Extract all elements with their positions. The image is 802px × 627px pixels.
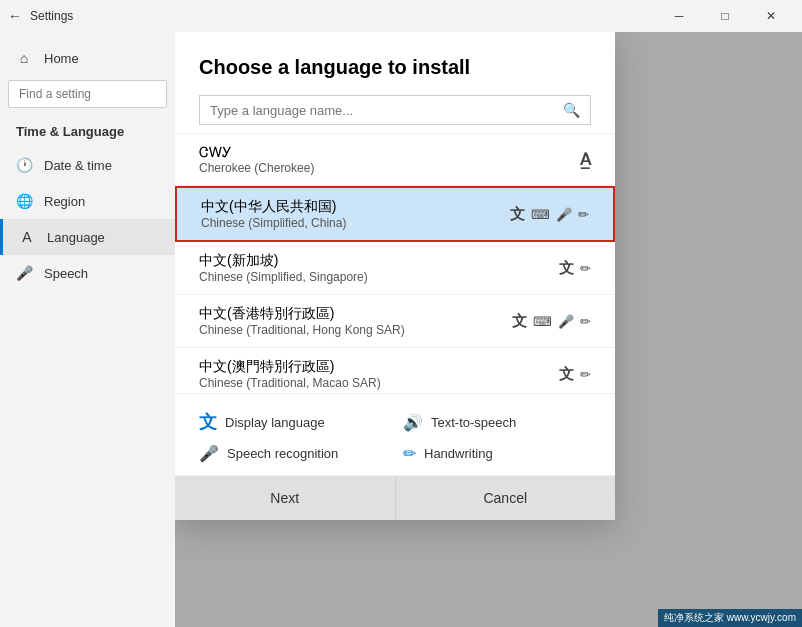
lang-info-zh-hk: 中文(香港特別行政區) Chinese (Traditional, Hong K… — [199, 305, 512, 337]
lang-icons-zh-mo: 文 ✏ — [559, 365, 591, 384]
keyboard-icon-zh-cn: ⌨ — [531, 207, 550, 222]
sidebar-item-home-label: Home — [44, 51, 79, 66]
lang-name-zh-sg: 中文(新加坡) — [199, 252, 559, 270]
mic-icon-zh-hk: 🎤 — [558, 314, 574, 329]
titlebar-left: ← Settings — [8, 8, 73, 24]
features-section: 文 Display language 🔊 Text-to-speech 🎤 Sp… — [175, 393, 615, 475]
lang-item-zh-hk[interactable]: 中文(香港特別行政區) Chinese (Traditional, Hong K… — [175, 295, 615, 348]
lang-info-cwy: ᏣᎳᎩ Cherokee (Cherokee) — [199, 144, 580, 175]
lang-subname-cwy: Cherokee (Cherokee) — [199, 161, 580, 175]
lang-item-cwy[interactable]: ᏣᎳᎩ Cherokee (Cherokee) A̲ — [175, 134, 615, 186]
lang-icons-cwy: A̲ — [580, 150, 591, 169]
speech-recognition-feature-label: Speech recognition — [227, 446, 338, 461]
tts-feature-icon: 🔊 — [403, 413, 423, 432]
maximize-button[interactable]: □ — [702, 0, 748, 32]
display-lang-icon-zh-cn: 文 — [510, 205, 525, 224]
dialog-overlay: Choose a language to install 🔍 ᏣᎳᎩ Chero… — [175, 32, 802, 627]
home-icon: ⌂ — [16, 50, 32, 66]
mic-icon-zh-cn: 🎤 — [556, 207, 572, 222]
feature-speech-recognition: 🎤 Speech recognition — [199, 444, 387, 463]
lang-icons-zh-cn: 文 ⌨ 🎤 ✏ — [510, 205, 589, 224]
sidebar-item-speech-label: Speech — [44, 266, 88, 281]
feature-tts: 🔊 Text-to-speech — [403, 410, 591, 434]
language-list: ᏣᎳᎩ Cherokee (Cherokee) A̲ 中文(中华人民共和国) C… — [175, 133, 615, 393]
find-setting-input[interactable] — [19, 87, 156, 101]
cancel-button[interactable]: Cancel — [395, 476, 616, 520]
display-lang-icon-zh-hk: 文 — [512, 312, 527, 331]
display-lang-feature-label: Display language — [225, 415, 325, 430]
sidebar-item-region-label: Region — [44, 194, 85, 209]
titlebar: ← Settings ─ □ ✕ — [0, 0, 802, 32]
pen-icon-zh-cn: ✏ — [578, 207, 589, 222]
lang-name-cwy: ᏣᎳᎩ — [199, 144, 580, 161]
sidebar-item-home[interactable]: ⌂ Home — [0, 40, 175, 76]
sidebar-item-date-time-label: Date & time — [44, 158, 112, 173]
app-body: ⌂ Home Time & Language 🕐 Date & time 🌐 R… — [0, 32, 802, 627]
features-grid: 文 Display language 🔊 Text-to-speech 🎤 Sp… — [199, 410, 591, 463]
lang-cap-icon-cwy: A̲ — [580, 150, 591, 169]
lang-subname-zh-hk: Chinese (Traditional, Hong Kong SAR) — [199, 323, 512, 337]
date-time-icon: 🕐 — [16, 157, 32, 173]
tts-feature-label: Text-to-speech — [431, 415, 516, 430]
minimize-button[interactable]: ─ — [656, 0, 702, 32]
lang-info-zh-sg: 中文(新加坡) Chinese (Simplified, Singapore) — [199, 252, 559, 284]
speech-icon: 🎤 — [16, 265, 32, 281]
pen-icon-zh-mo: ✏ — [580, 367, 591, 382]
handwriting-feature-icon: ✏ — [403, 444, 416, 463]
dialog-header: Choose a language to install — [175, 32, 615, 95]
lang-info-zh-mo: 中文(澳門特別行政區) Chinese (Traditional, Macao … — [199, 358, 559, 390]
find-setting-container — [8, 80, 167, 108]
feature-handwriting: ✏ Handwriting — [403, 444, 591, 463]
watermark: 纯净系统之家 www.ycwjy.com — [658, 609, 802, 627]
region-icon: 🌐 — [16, 193, 32, 209]
main-content: Language Windows display language A ⌨ 🎤 … — [175, 32, 802, 627]
sidebar-item-speech[interactable]: 🎤 Speech — [0, 255, 175, 291]
sidebar: ⌂ Home Time & Language 🕐 Date & time 🌐 R… — [0, 32, 175, 627]
dialog-title: Choose a language to install — [199, 56, 591, 79]
sidebar-item-language[interactable]: A Language — [0, 219, 175, 255]
lang-subname-zh-mo: Chinese (Traditional, Macao SAR) — [199, 376, 559, 390]
lang-info-zh-cn: 中文(中华人民共和国) Chinese (Simplified, China) — [201, 198, 510, 230]
lang-icons-zh-sg: 文 ✏ — [559, 259, 591, 278]
search-icon: 🔍 — [563, 102, 580, 118]
titlebar-title: Settings — [30, 9, 73, 23]
display-lang-icon-zh-mo: 文 — [559, 365, 574, 384]
close-button[interactable]: ✕ — [748, 0, 794, 32]
lang-item-zh-cn[interactable]: 中文(中华人民共和国) Chinese (Simplified, China) … — [175, 186, 615, 242]
language-icon: A — [19, 229, 35, 245]
lang-subname-zh-sg: Chinese (Simplified, Singapore) — [199, 270, 559, 284]
sidebar-item-date-time[interactable]: 🕐 Date & time — [0, 147, 175, 183]
display-lang-feature-icon: 文 — [199, 410, 217, 434]
lang-name-zh-mo: 中文(澳門特別行政區) — [199, 358, 559, 376]
back-arrow-icon[interactable]: ← — [8, 8, 22, 24]
pen-icon-zh-hk: ✏ — [580, 314, 591, 329]
speech-recognition-feature-icon: 🎤 — [199, 444, 219, 463]
pen-icon-zh-sg: ✏ — [580, 261, 591, 276]
keyboard-icon-zh-hk: ⌨ — [533, 314, 552, 329]
sidebar-section-time-language: Time & Language — [0, 116, 175, 147]
lang-icons-zh-hk: 文 ⌨ 🎤 ✏ — [512, 312, 591, 331]
sidebar-item-language-label: Language — [47, 230, 105, 245]
lang-item-zh-mo[interactable]: 中文(澳門特別行政區) Chinese (Traditional, Macao … — [175, 348, 615, 393]
sidebar-item-region[interactable]: 🌐 Region — [0, 183, 175, 219]
display-lang-icon-zh-sg: 文 — [559, 259, 574, 278]
watermark-text: 纯净系统之家 www.ycwjy.com — [664, 612, 796, 623]
search-box[interactable]: 🔍 — [199, 95, 591, 125]
feature-display-language: 文 Display language — [199, 410, 387, 434]
install-language-dialog: Choose a language to install 🔍 ᏣᎳᎩ Chero… — [175, 32, 615, 520]
lang-name-zh-cn: 中文(中华人民共和国) — [201, 198, 510, 216]
next-button[interactable]: Next — [175, 476, 395, 520]
lang-name-zh-hk: 中文(香港特別行政區) — [199, 305, 512, 323]
dialog-buttons: Next Cancel — [175, 475, 615, 520]
lang-subname-zh-cn: Chinese (Simplified, China) — [201, 216, 510, 230]
lang-item-zh-sg[interactable]: 中文(新加坡) Chinese (Simplified, Singapore) … — [175, 242, 615, 295]
titlebar-controls: ─ □ ✕ — [656, 0, 794, 32]
language-search-input[interactable] — [210, 103, 563, 118]
handwriting-feature-label: Handwriting — [424, 446, 493, 461]
